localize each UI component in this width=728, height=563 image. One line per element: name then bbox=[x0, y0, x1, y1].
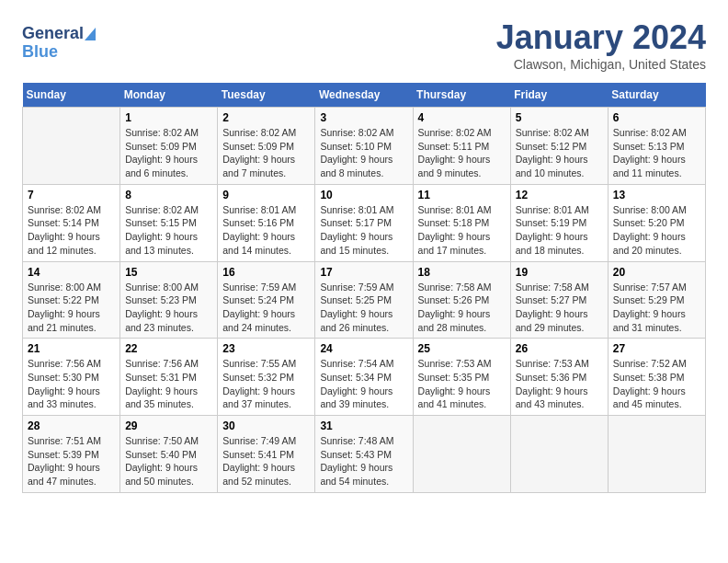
day-number: 27 bbox=[613, 342, 700, 355]
day-number: 26 bbox=[516, 342, 603, 355]
day-info: Sunrise: 7:59 AM Sunset: 5:25 PM Dayligh… bbox=[320, 281, 407, 335]
calendar-header-row: SundayMondayTuesdayWednesdayThursdayFrid… bbox=[23, 83, 706, 108]
calendar-table: SundayMondayTuesdayWednesdayThursdayFrid… bbox=[22, 83, 706, 493]
calendar-cell: 11Sunrise: 8:01 AM Sunset: 5:18 PM Dayli… bbox=[413, 184, 510, 261]
day-header-saturday: Saturday bbox=[608, 83, 705, 108]
day-number: 14 bbox=[28, 266, 115, 279]
day-number: 23 bbox=[222, 342, 310, 355]
day-number: 17 bbox=[320, 266, 407, 279]
calendar-cell bbox=[510, 416, 608, 493]
calendar-cell bbox=[413, 416, 510, 493]
day-number: 8 bbox=[125, 189, 212, 201]
day-number: 1 bbox=[125, 111, 212, 124]
day-number: 11 bbox=[418, 189, 506, 201]
day-info: Sunrise: 8:02 AM Sunset: 5:12 PM Dayligh… bbox=[516, 126, 603, 180]
calendar-cell: 20Sunrise: 7:57 AM Sunset: 5:29 PM Dayli… bbox=[608, 261, 705, 339]
day-info: Sunrise: 8:01 AM Sunset: 5:16 PM Dayligh… bbox=[222, 203, 310, 258]
calendar-cell: 30Sunrise: 7:49 AM Sunset: 5:41 PM Dayli… bbox=[218, 416, 315, 493]
calendar-cell: 14Sunrise: 8:00 AM Sunset: 5:22 PM Dayli… bbox=[23, 261, 120, 339]
title-area: January 2024 Clawson, Michigan, United S… bbox=[496, 18, 706, 72]
calendar-cell: 28Sunrise: 7:51 AM Sunset: 5:39 PM Dayli… bbox=[23, 416, 120, 493]
day-header-thursday: Thursday bbox=[413, 83, 510, 108]
main-title: January 2024 bbox=[496, 18, 706, 57]
day-number: 10 bbox=[320, 189, 407, 201]
day-info: Sunrise: 7:57 AM Sunset: 5:29 PM Dayligh… bbox=[613, 281, 700, 335]
day-header-wednesday: Wednesday bbox=[315, 83, 413, 108]
calendar-week-3: 14Sunrise: 8:00 AM Sunset: 5:22 PM Dayli… bbox=[23, 261, 706, 339]
calendar-cell: 6Sunrise: 8:02 AM Sunset: 5:13 PM Daylig… bbox=[608, 108, 705, 185]
day-info: Sunrise: 8:01 AM Sunset: 5:17 PM Dayligh… bbox=[320, 203, 407, 258]
calendar-cell: 1Sunrise: 8:02 AM Sunset: 5:09 PM Daylig… bbox=[120, 108, 218, 185]
day-info: Sunrise: 8:00 AM Sunset: 5:22 PM Dayligh… bbox=[28, 281, 115, 335]
calendar-week-4: 21Sunrise: 7:56 AM Sunset: 5:30 PM Dayli… bbox=[23, 339, 706, 416]
day-info: Sunrise: 8:02 AM Sunset: 5:09 PM Dayligh… bbox=[125, 126, 212, 180]
calendar-cell: 9Sunrise: 8:01 AM Sunset: 5:16 PM Daylig… bbox=[218, 184, 315, 261]
day-number: 4 bbox=[418, 111, 506, 124]
calendar-week-2: 7Sunrise: 8:02 AM Sunset: 5:14 PM Daylig… bbox=[23, 184, 706, 261]
calendar-cell: 10Sunrise: 8:01 AM Sunset: 5:17 PM Dayli… bbox=[315, 184, 413, 261]
calendar-cell: 4Sunrise: 8:02 AM Sunset: 5:11 PM Daylig… bbox=[413, 108, 510, 185]
day-header-monday: Monday bbox=[120, 83, 218, 108]
day-info: Sunrise: 7:52 AM Sunset: 5:38 PM Dayligh… bbox=[613, 357, 700, 411]
day-info: Sunrise: 8:02 AM Sunset: 5:09 PM Dayligh… bbox=[222, 126, 310, 180]
calendar-cell: 17Sunrise: 7:59 AM Sunset: 5:25 PM Dayli… bbox=[315, 261, 413, 339]
day-info: Sunrise: 7:54 AM Sunset: 5:34 PM Dayligh… bbox=[320, 357, 407, 411]
day-number: 18 bbox=[418, 266, 506, 279]
day-number: 7 bbox=[28, 189, 115, 201]
calendar-cell: 22Sunrise: 7:56 AM Sunset: 5:31 PM Dayli… bbox=[120, 339, 218, 416]
calendar-cell: 25Sunrise: 7:53 AM Sunset: 5:35 PM Dayli… bbox=[413, 339, 510, 416]
logo: General Blue bbox=[22, 18, 109, 64]
day-info: Sunrise: 7:56 AM Sunset: 5:30 PM Dayligh… bbox=[28, 357, 115, 411]
day-number: 28 bbox=[28, 419, 115, 432]
calendar-cell: 31Sunrise: 7:48 AM Sunset: 5:43 PM Dayli… bbox=[315, 416, 413, 493]
svg-text:Blue: Blue bbox=[22, 42, 58, 61]
calendar-cell: 29Sunrise: 7:50 AM Sunset: 5:40 PM Dayli… bbox=[120, 416, 218, 493]
svg-text:General: General bbox=[22, 24, 84, 42]
day-info: Sunrise: 7:48 AM Sunset: 5:43 PM Dayligh… bbox=[320, 434, 407, 488]
calendar-cell: 27Sunrise: 7:52 AM Sunset: 5:38 PM Dayli… bbox=[608, 339, 705, 416]
day-info: Sunrise: 8:00 AM Sunset: 5:20 PM Dayligh… bbox=[613, 203, 700, 258]
day-number: 2 bbox=[222, 111, 310, 124]
day-number: 31 bbox=[320, 419, 407, 432]
calendar-cell bbox=[608, 416, 705, 493]
day-info: Sunrise: 7:58 AM Sunset: 5:27 PM Dayligh… bbox=[516, 281, 603, 335]
day-info: Sunrise: 7:59 AM Sunset: 5:24 PM Dayligh… bbox=[222, 281, 310, 335]
day-number: 22 bbox=[125, 342, 212, 355]
svg-marker-1 bbox=[85, 28, 96, 40]
day-number: 29 bbox=[125, 419, 212, 432]
day-number: 6 bbox=[613, 111, 700, 124]
day-info: Sunrise: 8:01 AM Sunset: 5:18 PM Dayligh… bbox=[418, 203, 506, 258]
day-number: 12 bbox=[516, 189, 603, 201]
day-header-friday: Friday bbox=[510, 83, 608, 108]
calendar-cell: 16Sunrise: 7:59 AM Sunset: 5:24 PM Dayli… bbox=[218, 261, 315, 339]
day-info: Sunrise: 7:50 AM Sunset: 5:40 PM Dayligh… bbox=[125, 434, 212, 488]
calendar-cell: 7Sunrise: 8:02 AM Sunset: 5:14 PM Daylig… bbox=[23, 184, 120, 261]
header: General Blue January 2024 Clawson, Michi… bbox=[22, 18, 706, 72]
calendar-cell: 5Sunrise: 8:02 AM Sunset: 5:12 PM Daylig… bbox=[510, 108, 608, 185]
day-number: 3 bbox=[320, 111, 407, 124]
day-info: Sunrise: 8:01 AM Sunset: 5:19 PM Dayligh… bbox=[516, 203, 603, 258]
logo-svg: General Blue bbox=[22, 18, 109, 64]
subtitle: Clawson, Michigan, United States bbox=[496, 57, 706, 72]
day-number: 20 bbox=[613, 266, 700, 279]
day-info: Sunrise: 8:00 AM Sunset: 5:23 PM Dayligh… bbox=[125, 281, 212, 335]
day-number: 5 bbox=[516, 111, 603, 124]
calendar-body: 1Sunrise: 8:02 AM Sunset: 5:09 PM Daylig… bbox=[23, 108, 706, 493]
calendar-cell: 24Sunrise: 7:54 AM Sunset: 5:34 PM Dayli… bbox=[315, 339, 413, 416]
day-info: Sunrise: 8:02 AM Sunset: 5:10 PM Dayligh… bbox=[320, 126, 407, 180]
day-info: Sunrise: 7:58 AM Sunset: 5:26 PM Dayligh… bbox=[418, 281, 506, 335]
day-number: 15 bbox=[125, 266, 212, 279]
calendar-cell: 13Sunrise: 8:00 AM Sunset: 5:20 PM Dayli… bbox=[608, 184, 705, 261]
calendar-cell: 21Sunrise: 7:56 AM Sunset: 5:30 PM Dayli… bbox=[23, 339, 120, 416]
day-number: 13 bbox=[613, 189, 700, 201]
day-header-tuesday: Tuesday bbox=[218, 83, 315, 108]
day-info: Sunrise: 7:56 AM Sunset: 5:31 PM Dayligh… bbox=[125, 357, 212, 411]
calendar-cell: 26Sunrise: 7:53 AM Sunset: 5:36 PM Dayli… bbox=[510, 339, 608, 416]
day-info: Sunrise: 7:49 AM Sunset: 5:41 PM Dayligh… bbox=[222, 434, 310, 488]
calendar-cell bbox=[23, 108, 120, 185]
day-header-sunday: Sunday bbox=[23, 83, 120, 108]
calendar-week-1: 1Sunrise: 8:02 AM Sunset: 5:09 PM Daylig… bbox=[23, 108, 706, 185]
calendar-cell: 19Sunrise: 7:58 AM Sunset: 5:27 PM Dayli… bbox=[510, 261, 608, 339]
calendar-cell: 3Sunrise: 8:02 AM Sunset: 5:10 PM Daylig… bbox=[315, 108, 413, 185]
day-info: Sunrise: 8:02 AM Sunset: 5:15 PM Dayligh… bbox=[125, 203, 212, 258]
